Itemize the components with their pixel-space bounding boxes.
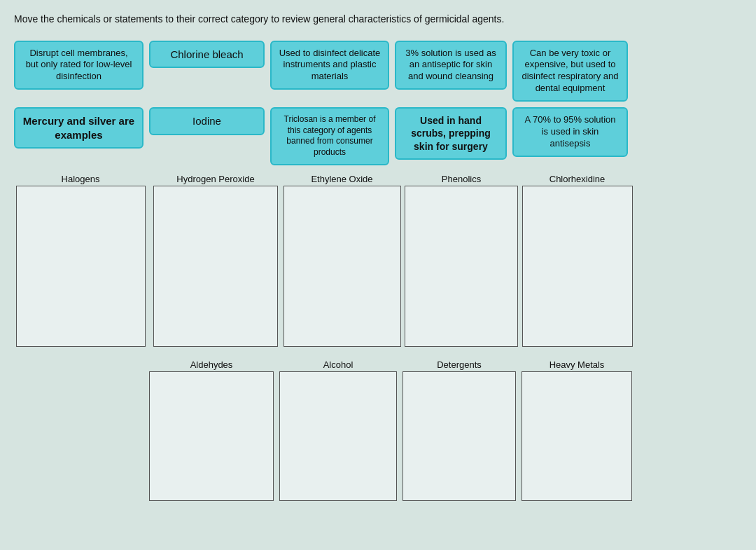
card-mercury-silver[interactable]: Mercury and silver are examples [14,107,144,149]
drag-area-row2: Mercury and silver are examples Iodine T… [0,107,756,173]
card-70pct-solution[interactable]: A 70% to 95% solution is used in skin an… [512,107,628,157]
aldehydes-label: Aldehydes [149,359,274,370]
ethylene-oxide-label: Ethylene Oxide [284,174,400,184]
card-disrupt[interactable]: Disrupt cell membranes, but only rated f… [14,41,144,90]
chlorhexidine-dropbox[interactable] [522,186,633,347]
card-3pct-solution[interactable]: 3% solution is used as an antiseptic for… [395,41,507,90]
category-halogens: Halogens [14,174,147,347]
card-iodine[interactable]: Iodine [149,107,265,135]
alcohol-label: Alcohol [279,359,397,370]
alcohol-dropbox[interactable] [279,371,397,501]
detergents-label: Detergents [402,359,516,370]
card-disinfect-delicate[interactable]: Used to disinfect delicate instruments a… [270,41,389,90]
chlorhexidine-label: Chlorhexidine [523,174,631,184]
hydrogen-peroxide-dropbox[interactable] [153,186,278,347]
category-heavy-metals: Heavy Metals [522,359,632,501]
bottom-spacer [14,359,149,501]
category-alcohol: Alcohol [279,359,397,501]
phenolics-label: Phenolics [405,174,517,184]
aldehydes-dropbox[interactable] [149,371,274,501]
card-hand-scrubs[interactable]: Used in hand scrubs, prepping skin for s… [395,107,507,160]
halogens-label: Halogens [14,174,147,184]
categories-row-top: Halogens Hydrogen Peroxide Ethylene Oxid… [0,174,756,347]
detergents-dropbox[interactable] [402,371,516,501]
category-ethylene-oxide: Ethylene Oxide [284,174,400,347]
card-triclosan[interactable]: Triclosan is a member of this category o… [270,107,389,165]
ethylene-oxide-dropbox[interactable] [284,186,401,347]
drag-area: Disrupt cell membranes, but only rated f… [0,34,756,111]
heavy-metals-dropbox[interactable] [522,371,632,501]
category-aldehydes: Aldehydes [149,359,274,501]
category-chlorhexidine: Chlorhexidine [523,174,631,347]
card-very-toxic[interactable]: Can be very toxic or expensive, but used… [512,41,628,102]
category-hydrogen-peroxide: Hydrogen Peroxide [153,174,279,347]
phenolics-dropbox[interactable] [405,186,518,347]
category-detergents: Detergents [402,359,516,501]
heavy-metals-label: Heavy Metals [522,359,632,370]
halogens-dropbox[interactable] [16,186,146,347]
categories-row-bottom: Aldehydes Alcohol Detergents Heavy Metal… [0,350,756,501]
instruction-text: Move the chemicals or statements to thei… [0,0,756,34]
category-phenolics: Phenolics [405,174,517,347]
card-chlorine-bleach[interactable]: Chlorine bleach [149,41,265,69]
hydrogen-peroxide-label: Hydrogen Peroxide [153,174,279,184]
